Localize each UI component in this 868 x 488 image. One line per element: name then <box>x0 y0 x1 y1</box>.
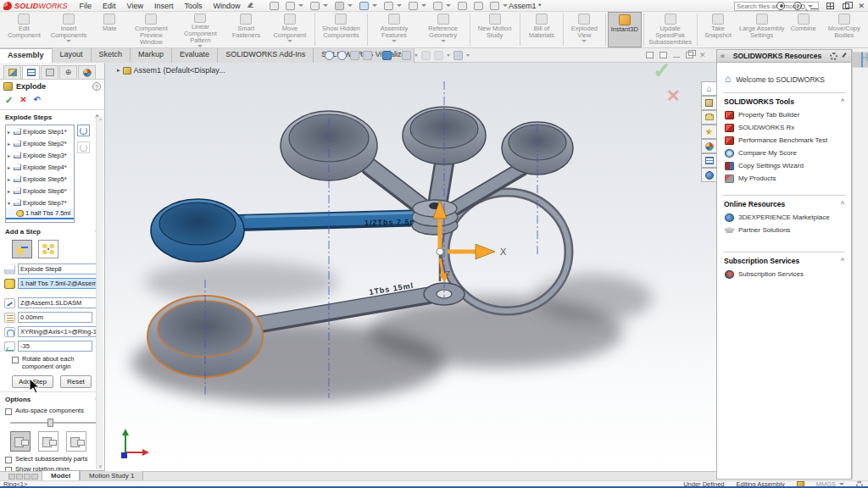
add-step-section-header[interactable]: Add a Step ^ <box>0 225 104 237</box>
expand-arrow-icon[interactable]: ▸ <box>8 188 12 194</box>
menu-tools[interactable]: Tools <box>184 2 202 10</box>
explode-step-child-selected[interactable]: 1 half Tbs 7.5ml <box>6 208 74 219</box>
attach-icon[interactable] <box>458 2 467 10</box>
tab-forum[interactable] <box>701 168 716 182</box>
tab-file-explorer[interactable] <box>701 110 716 125</box>
minimize-button[interactable] <box>810 8 818 9</box>
link-copy-settings-wizard[interactable]: Copy Settings Wizard <box>724 159 844 172</box>
ribbon-new-motion-study[interactable]: New Motion Study <box>471 12 518 47</box>
ribbon-instant3d[interactable]: Instant3D <box>608 12 642 47</box>
zoom-to-area-icon[interactable] <box>337 51 347 60</box>
scroll-up-icon[interactable]: ^ <box>97 117 103 124</box>
direction-input[interactable] <box>18 297 101 308</box>
collapse-pane-icon[interactable]: « <box>721 52 725 60</box>
tab-solidworks-resources[interactable]: ⌂ <box>701 81 716 96</box>
link-solidworks-rx[interactable]: SOLIDWORKS Rx <box>724 121 844 134</box>
open-caret-icon[interactable] <box>323 4 328 7</box>
ribbon-move-copy-bodies[interactable]: Move/Copy Bodies <box>821 12 868 47</box>
link-partner-solutions[interactable]: Partner Solutions <box>724 224 844 236</box>
caret-icon[interactable] <box>395 54 398 57</box>
ribbon-reference-geometry[interactable]: Reference Geometry <box>419 12 468 47</box>
confirmation-cancel-icon[interactable]: ✕ <box>666 86 681 106</box>
checkbox[interactable] <box>12 357 19 363</box>
slider-thumb[interactable] <box>47 419 53 427</box>
doc-minimize-icon[interactable] <box>673 57 680 58</box>
scroll-down-icon[interactable]: v <box>97 463 103 469</box>
panel-scrollbar[interactable]: ^ v <box>96 117 103 469</box>
collapse-chevron-icon[interactable]: ^ <box>841 257 844 265</box>
tab-motion-study[interactable]: Motion Study 1 <box>80 470 143 480</box>
open-icon[interactable] <box>310 2 320 10</box>
rotate-step-button[interactable] <box>77 141 90 153</box>
section-header[interactable]: SOLIDWORKS Tools ^ <box>724 97 844 108</box>
undo-icon[interactable] <box>384 2 393 10</box>
menu-edit[interactable]: Edit <box>103 2 116 10</box>
undo-button[interactable]: ↶ <box>34 95 41 106</box>
user-account-icon[interactable] <box>776 2 785 10</box>
tab-sketch[interactable]: Sketch <box>92 48 131 63</box>
units-caret-icon[interactable] <box>839 483 844 485</box>
expand-arrow-icon[interactable]: ▸ <box>117 67 120 74</box>
maximize-button[interactable] <box>826 3 834 9</box>
select-icon[interactable] <box>433 2 442 10</box>
collapse-chevron-icon[interactable]: ^ <box>841 200 844 208</box>
explode-steps-list[interactable]: ▸Explode Step1* ▸Explode Step2* ▸Explode… <box>5 125 75 223</box>
display-style-icon[interactable] <box>402 51 411 60</box>
section-header[interactable]: Online Resources ^ <box>724 200 844 211</box>
zoom-to-fit-icon[interactable] <box>325 51 334 60</box>
link-compare-my-score[interactable]: Compare My Score <box>724 147 844 159</box>
distance-input[interactable] <box>18 312 92 323</box>
sheet-icon[interactable] <box>474 2 483 10</box>
welcome-link[interactable]: ⌂ Welcome to SOLIDWORKS <box>723 68 845 92</box>
ok-button[interactable]: ✓ <box>5 95 13 106</box>
checkbox[interactable] <box>5 457 12 463</box>
tab-view-palette[interactable] <box>701 125 716 139</box>
cancel-button[interactable]: ✕ <box>19 95 26 106</box>
help-icon[interactable]: ? <box>92 82 101 91</box>
gear-icon[interactable] <box>830 53 837 60</box>
reset-button[interactable]: Reset <box>60 375 92 388</box>
ribbon-assembly-features[interactable]: Assembly Features <box>370 12 418 47</box>
ribbon-component-preview-window[interactable]: Component Preview Window <box>126 12 175 47</box>
tab-markup[interactable]: Markup <box>131 48 172 63</box>
tab-evaluate[interactable]: Evaluate <box>172 48 218 63</box>
step-name-input[interactable] <box>18 263 101 274</box>
checkbox[interactable] <box>5 408 12 415</box>
explode-step-row[interactable]: ▸Explode Step2* <box>6 137 74 149</box>
tab-scroll-buttons[interactable] <box>8 474 38 480</box>
redo-caret-icon[interactable] <box>421 4 426 7</box>
reverse-direction-button[interactable] <box>77 125 90 136</box>
new-document-icon[interactable] <box>286 2 295 10</box>
angle-input[interactable] <box>18 341 92 352</box>
tab-custom-properties[interactable] <box>701 153 716 168</box>
ribbon-update-speedpak[interactable]: Update SpeedPak Subassemblies <box>646 12 695 47</box>
menu-file[interactable]: File <box>80 2 92 10</box>
confirmation-ok-icon[interactable]: ✓ <box>653 58 671 84</box>
expand-arrow-icon[interactable]: ▸ <box>8 152 12 158</box>
restore-button[interactable] <box>843 3 849 9</box>
explode-step-row[interactable]: ▸Explode Step6* <box>6 185 74 197</box>
tab-propertymanager[interactable] <box>22 65 40 79</box>
help-icon[interactable]: ? <box>793 2 802 10</box>
ribbon-edit-component[interactable]: Edit Component <box>3 12 45 47</box>
save-icon[interactable] <box>335 2 344 10</box>
explode-steps-section-header[interactable]: Explode Steps ^ <box>0 110 104 123</box>
caret-icon[interactable] <box>376 54 379 57</box>
tab-appearances[interactable] <box>701 139 716 153</box>
ribbon-move-component[interactable]: Move Component <box>267 12 312 47</box>
translate-step-toggle[interactable] <box>12 240 32 258</box>
section-header[interactable]: Subscription Services ^ <box>724 257 844 268</box>
explode-step-row[interactable]: ▸Explode Step4* <box>6 161 74 173</box>
ribbon-bill-of-materials[interactable]: Bill of Materials <box>522 12 561 47</box>
pin-icon[interactable] <box>841 53 848 59</box>
radial-step-toggle[interactable] <box>38 240 58 258</box>
ribbon-combine[interactable]: Combine <box>787 12 821 47</box>
ribbon-mate[interactable]: Mate <box>92 12 126 47</box>
pin-menu-icon[interactable] <box>247 2 254 9</box>
view-orientation-icon[interactable] <box>382 51 392 60</box>
view-settings-icon[interactable] <box>453 51 463 60</box>
explode-step-row[interactable]: ▸Explode Step3* <box>6 149 74 161</box>
components-input[interactable] <box>18 278 101 289</box>
options-section-header[interactable]: Options ^ <box>0 391 104 405</box>
ribbon-show-hidden-components[interactable]: Show Hidden Components <box>316 12 365 47</box>
